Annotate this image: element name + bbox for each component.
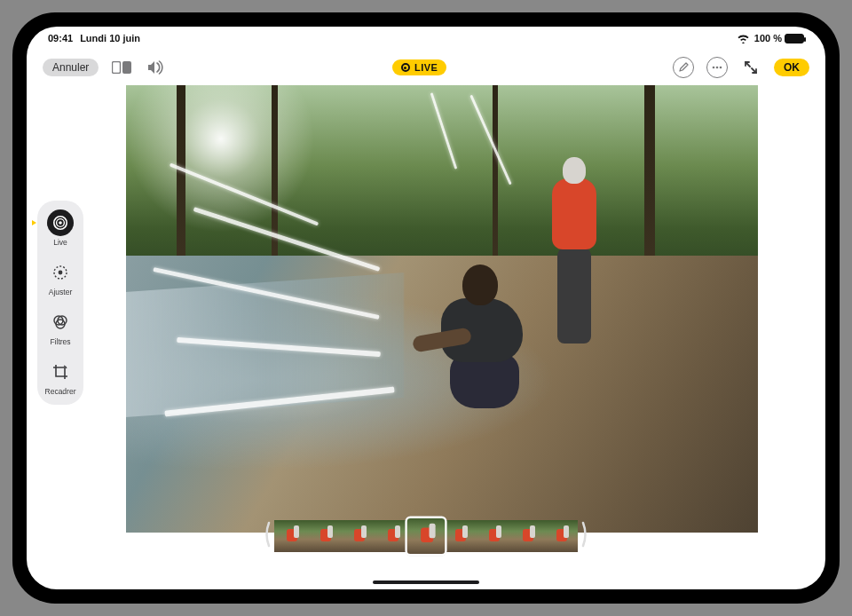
editor-toolbar: Annuler LIVE: [27, 50, 825, 85]
done-button[interactable]: OK: [774, 59, 809, 76]
frame-thumb[interactable]: [443, 520, 477, 552]
tree-trunk: [493, 85, 498, 265]
tree-trunk: [644, 85, 655, 265]
live-dot-icon: [401, 63, 410, 72]
svg-point-4: [720, 67, 722, 69]
frame-thumb[interactable]: [274, 520, 308, 552]
more-button[interactable]: [706, 57, 728, 78]
live-badge-button[interactable]: LIVE: [392, 59, 446, 75]
wifi-icon: [737, 34, 750, 43]
sidebar-item-filters[interactable]: Filtres: [37, 309, 83, 346]
frame-thumb[interactable]: [477, 520, 510, 552]
frame-thumb[interactable]: [342, 520, 375, 552]
strip-handle-left-icon[interactable]: [264, 519, 271, 552]
svg-point-3: [716, 67, 719, 69]
person-standing: [543, 157, 605, 344]
compare-icon[interactable]: [111, 57, 132, 78]
fullscreen-button[interactable]: [740, 57, 761, 78]
cancel-button[interactable]: Annuler: [43, 59, 99, 76]
live-icon: [47, 209, 74, 236]
sidebar-item-label: Filtres: [50, 337, 70, 346]
frame-thumb[interactable]: [510, 520, 544, 552]
battery-icon: [785, 34, 804, 43]
tree-trunk: [177, 85, 185, 265]
person-crouching: [391, 256, 533, 415]
volume-icon[interactable]: [145, 57, 166, 78]
adjust-icon: [47, 259, 74, 286]
markup-button[interactable]: [673, 57, 694, 78]
frame-thumb[interactable]: [375, 520, 409, 552]
sidebar-item-label: Live: [53, 238, 67, 247]
frame-thumb[interactable]: [308, 520, 342, 552]
edit-tool-sidebar: Live Ajuster Filtres Recadrer: [37, 201, 83, 405]
sidebar-item-adjust[interactable]: Ajuster: [37, 259, 83, 296]
svg-point-7: [59, 221, 62, 225]
svg-rect-1: [122, 61, 131, 74]
svg-rect-0: [113, 62, 121, 74]
sidebar-item-label: Ajuster: [49, 288, 72, 296]
live-label: LIVE: [414, 62, 438, 73]
sidebar-item-live[interactable]: Live: [37, 209, 83, 247]
screen: 09:41 Lundi 10 juin 100 % Annuler: [27, 27, 825, 589]
ipad-frame: 09:41 Lundi 10 juin 100 % Annuler: [12, 12, 840, 604]
strip-handle-right-icon[interactable]: [581, 519, 588, 552]
filters-icon: [47, 309, 74, 336]
battery-indicator: 100 %: [754, 33, 804, 43]
status-time: 09:41: [48, 33, 73, 43]
status-date: Lundi 10 juin: [80, 33, 140, 43]
svg-point-9: [59, 271, 63, 275]
home-indicator: [373, 580, 479, 584]
battery-percent: 100 %: [754, 33, 782, 43]
svg-point-2: [713, 67, 715, 69]
live-frame-strip: [264, 519, 588, 552]
sidebar-item-crop[interactable]: Recadrer: [37, 359, 83, 396]
status-bar: 09:41 Lundi 10 juin 100 %: [27, 27, 825, 48]
frame-thumb[interactable]: [406, 517, 446, 554]
sidebar-item-label: Recadrer: [45, 387, 76, 396]
frame-strip-track[interactable]: [274, 520, 578, 552]
crop-icon: [47, 359, 74, 385]
frame-thumb[interactable]: [544, 520, 578, 552]
photo-canvas[interactable]: [126, 85, 758, 533]
